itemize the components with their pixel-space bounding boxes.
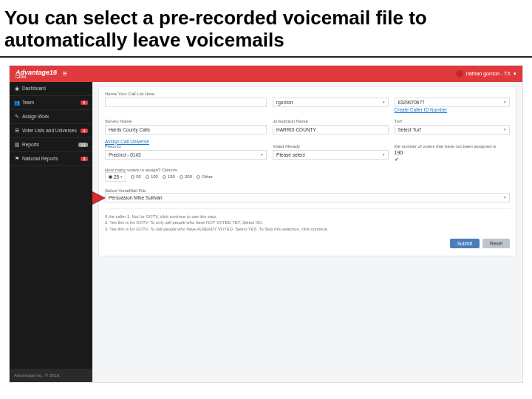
app-screenshot: Advantage16 GRM ≡ nathan gordon - TX ▾ ◉… (9, 65, 523, 383)
note-line: If the caller 1. Not for GOTV, click con… (105, 214, 510, 220)
sidebar-item-label: Team (22, 100, 81, 105)
submit-button[interactable]: Submit (450, 239, 480, 248)
slide-title: You can select a pre-recorded voicemail … (0, 0, 532, 58)
pencil-icon: ✎ (14, 114, 20, 120)
badge: 5 (81, 100, 88, 105)
check-icon: ✔ (395, 157, 510, 163)
radio-other[interactable]: Other (197, 172, 213, 182)
brand-logo: Advantage16 GRM (16, 69, 57, 79)
callerid-select[interactable]: 8329070677 (395, 98, 510, 107)
radio-200[interactable]: 200 (180, 172, 192, 182)
sidebar-item-label: National Reports (22, 156, 81, 161)
name-input[interactable] (105, 98, 267, 107)
speed-icon: ◉ (14, 86, 20, 92)
badge: 11 (78, 143, 88, 147)
sidebar-item-label: Reports (22, 142, 78, 147)
survey-label: Survey Name (105, 119, 267, 123)
callout-arrow-icon (92, 191, 105, 205)
user-name: nathan gordon - TX (466, 71, 511, 76)
sidebar-item-assign[interactable]: ✎ Assign Work (10, 110, 92, 124)
voted-label: Voted Already (273, 144, 388, 149)
options-radios: 25 50 100 150 200 Other (105, 172, 510, 182)
user-label (273, 92, 388, 96)
chart-icon: ▥ (14, 142, 20, 148)
callerid-label (395, 92, 510, 96)
topbar: Advantage16 GRM ≡ nathan gordon - TX ▾ (10, 66, 522, 82)
assign-universe-link[interactable]: Assign Call Universe (105, 139, 149, 144)
main-content: Name Your Call List Here rgordon 8329070… (92, 82, 522, 382)
sidebar-item-dashboard[interactable]: ◉ Dashboard (10, 82, 92, 96)
radio-50[interactable]: 50 (131, 172, 141, 182)
svg-marker-0 (92, 191, 105, 205)
sidebar-footer: Advantage Inc. © 2016 (10, 369, 92, 382)
turf-select[interactable]: Select Turf (395, 125, 510, 134)
sidebar-item-voterlists[interactable]: ☰ Voter Lists and Universes 4 (10, 124, 92, 138)
sidebar-item-national[interactable]: ⚑ National Reports 3 (10, 152, 92, 166)
sidebar-item-reports[interactable]: ▥ Reports 11 (10, 138, 92, 152)
jurisdiction-input[interactable]: HARRIS COUNTY (273, 125, 388, 134)
voicemail-select[interactable]: Persuasion Mike Sullivan (105, 193, 510, 202)
turf-label: Turf (395, 119, 510, 123)
instructions: If the caller 1. Not for GOTV, click con… (105, 208, 510, 233)
reset-button[interactable]: Reset (482, 239, 510, 248)
note-line: 3. Yes this is for GOTV. To call people … (105, 226, 510, 233)
badge: 4 (81, 129, 88, 133)
precinct-label: Precinct (105, 144, 267, 149)
badge: 3 (81, 157, 88, 161)
jurisdiction-label: Jurisdiction Name (273, 119, 388, 123)
radio-100[interactable]: 100 (146, 172, 158, 182)
sidebar-item-label: Dashboard (22, 86, 88, 91)
sidebar: ◉ Dashboard 👥 Team 5 ✎ Assign Work ☰ Vot… (10, 82, 92, 382)
users-icon: 👥 (14, 100, 20, 106)
user-menu[interactable]: nathan gordon - TX ▾ (456, 70, 516, 78)
menu-icon[interactable]: ≡ (63, 69, 67, 78)
name-label: Name Your Call List Here (105, 92, 267, 96)
form-panel: Name Your Call List Here rgordon 8329070… (98, 86, 516, 256)
sidebar-item-team[interactable]: 👥 Team 5 (10, 96, 92, 110)
survey-input[interactable]: Harris County Calls (105, 125, 267, 134)
precinct-select[interactable]: Precinct - 0143 (105, 150, 267, 160)
unassigned-value: 190 (395, 150, 510, 155)
chevron-down-icon: ▾ (514, 71, 516, 77)
list-icon: ☰ (14, 128, 20, 134)
voted-select[interactable]: Please select (273, 150, 388, 160)
create-callerid-link[interactable]: Create Caller ID Number (395, 107, 510, 112)
user-select[interactable]: rgordon (273, 98, 388, 107)
flag-icon: ⚑ (14, 156, 20, 162)
radio-25[interactable]: 25 (105, 172, 126, 182)
radio-150[interactable]: 150 (163, 172, 175, 182)
note-line: 2. Yes this is for GOTV. To only call pe… (105, 219, 510, 226)
unassigned-label: the number of voters that have not been … (395, 144, 510, 149)
avatar-icon (456, 70, 463, 78)
sidebar-item-label: Voter Lists and Universes (22, 128, 81, 133)
sidebar-item-label: Assign Work (22, 114, 88, 119)
